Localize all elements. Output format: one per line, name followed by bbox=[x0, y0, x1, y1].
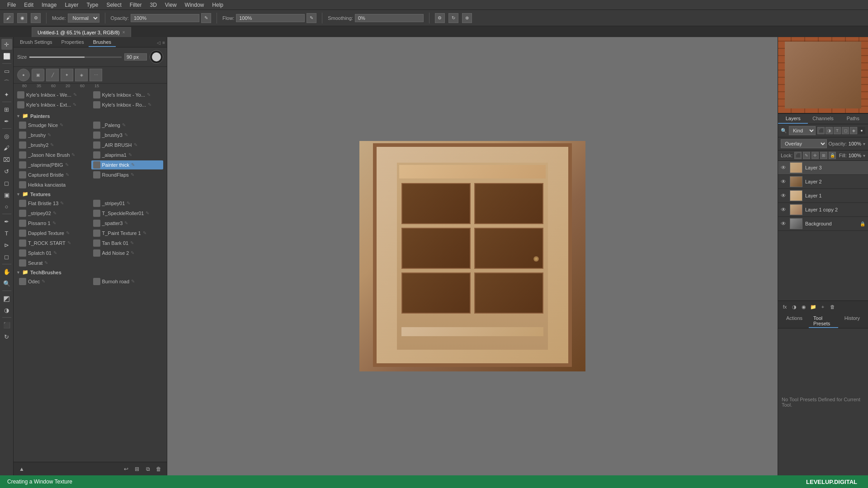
preset-icon-5[interactable]: ◈ bbox=[75, 69, 88, 81]
brush-brushy3[interactable]: _brushy3 ✎ bbox=[91, 131, 164, 140]
kind-select[interactable]: Kind bbox=[789, 126, 816, 135]
lock-transparent-icon[interactable]: ⬛ bbox=[794, 152, 802, 159]
footer-triangle-btn[interactable]: ▲ bbox=[17, 465, 26, 474]
edit-spatter[interactable]: ✎ bbox=[124, 221, 130, 226]
pen-tool[interactable]: ✒ bbox=[1, 216, 12, 227]
edit-air[interactable]: ✎ bbox=[134, 142, 139, 148]
menu-item-type[interactable]: Type bbox=[83, 1, 102, 9]
brush-rock-start[interactable]: T_ROCK START ✎ bbox=[17, 239, 90, 248]
edit-smudge[interactable]: ✎ bbox=[60, 122, 65, 128]
menu-item-window[interactable]: Window bbox=[181, 1, 208, 9]
edit-roundflaps[interactable]: ✎ bbox=[131, 172, 136, 178]
brush-roundflaps[interactable]: RoundFlaps ✎ bbox=[91, 170, 164, 179]
dodge-tool[interactable]: ○ bbox=[1, 201, 12, 212]
edit-brushy2[interactable]: ✎ bbox=[50, 142, 56, 148]
preset-icon-6[interactable]: ⋯ bbox=[90, 69, 102, 81]
footer-grid-icon[interactable]: ⊞ bbox=[132, 465, 142, 474]
menu-item-layer[interactable]: Layer bbox=[61, 1, 82, 9]
footer-copy-icon[interactable]: ⧉ bbox=[143, 465, 152, 474]
brush-tan-bark[interactable]: Tan Bark 01 ✎ bbox=[91, 239, 164, 248]
menu-item-help[interactable]: Help bbox=[208, 1, 227, 9]
size-input[interactable] bbox=[124, 53, 147, 61]
category-textures[interactable]: ▼ 📁 Textures bbox=[15, 190, 165, 198]
gradient-tool[interactable]: ▣ bbox=[1, 189, 12, 200]
layer-item-3[interactable]: 👁 Layer 3 bbox=[778, 161, 868, 175]
edit-stripey02[interactable]: ✎ bbox=[53, 211, 58, 216]
marquee-tool[interactable]: ▭ bbox=[1, 66, 12, 76]
history-tool[interactable]: ↺ bbox=[1, 166, 12, 177]
tab-brushes[interactable]: Brushes bbox=[89, 38, 116, 47]
brush-stripey01[interactable]: _stripey01 ✎ bbox=[91, 199, 164, 208]
eyedropper-tool[interactable]: ✒ bbox=[1, 116, 12, 127]
document-tab-close[interactable]: × bbox=[123, 30, 125, 35]
tab-layers[interactable]: Layers bbox=[778, 114, 808, 124]
tab-paths[interactable]: Paths bbox=[838, 114, 868, 124]
layer-mask-icon[interactable]: ◑ bbox=[790, 303, 798, 311]
clone-tool[interactable]: ⌧ bbox=[1, 154, 12, 165]
layer-delete-icon[interactable]: 🗑 bbox=[828, 303, 836, 311]
wand-tool[interactable]: ✦ bbox=[1, 89, 12, 100]
angle-btn[interactable]: ↻ bbox=[448, 13, 458, 23]
hand-tool[interactable]: ✋ bbox=[1, 266, 12, 277]
brush-settings-btn[interactable]: ⚙ bbox=[31, 13, 41, 23]
edit-add-noise[interactable]: ✎ bbox=[131, 250, 136, 256]
mode-select[interactable]: Normal bbox=[68, 14, 99, 23]
brush-brushy2[interactable]: _brushy2 ✎ bbox=[17, 141, 90, 150]
edit-captured[interactable]: ✎ bbox=[66, 172, 71, 178]
edit-dappled[interactable]: ✎ bbox=[66, 230, 71, 236]
brush-splatch[interactable]: Splatch 01 ✎ bbox=[17, 249, 90, 258]
edit-rock-start[interactable]: ✎ bbox=[67, 240, 73, 246]
size-slider[interactable] bbox=[29, 56, 122, 58]
footer-delete-icon[interactable]: 🗑 bbox=[154, 465, 163, 474]
brush-painter-thick[interactable]: Painter thick ✎ bbox=[91, 160, 164, 169]
brush-slaprimapbig[interactable]: _slaprima(PBIG ✎ bbox=[17, 160, 90, 169]
brush-flat-bristle[interactable]: Flat Bristle 13 ✎ bbox=[17, 199, 90, 208]
preset-icon-4[interactable]: ✦ bbox=[61, 69, 73, 81]
edit-slaprimapbig[interactable]: ✎ bbox=[65, 162, 71, 168]
menu-item-view[interactable]: View bbox=[161, 1, 180, 9]
filter-smartobj-icon[interactable]: ◈ bbox=[850, 127, 857, 134]
layer-adjustment-icon[interactable]: ◉ bbox=[800, 303, 808, 311]
layer-item-bg[interactable]: 👁 Background 🔒 bbox=[778, 217, 868, 231]
menu-item-select[interactable]: Select bbox=[103, 1, 125, 9]
lock-artboard-icon[interactable]: ⊞ bbox=[820, 152, 827, 159]
brush-paleng[interactable]: _Paleng ✎ bbox=[91, 121, 164, 130]
edit-alaprima[interactable]: ✎ bbox=[128, 152, 134, 158]
move-tool[interactable]: ✛ bbox=[1, 39, 12, 50]
edit-paint-texture[interactable]: ✎ bbox=[143, 230, 148, 236]
edit-tan-bark[interactable]: ✎ bbox=[130, 240, 136, 246]
crop-tool[interactable]: ⊞ bbox=[1, 104, 12, 115]
lock-position-icon[interactable]: ✛ bbox=[811, 152, 819, 159]
path-tool[interactable]: ⊳ bbox=[1, 239, 12, 250]
smoothing-options-btn[interactable]: ⚙ bbox=[435, 13, 445, 23]
zoom-tool[interactable]: 🔍 bbox=[1, 278, 12, 289]
flow-input[interactable] bbox=[236, 14, 305, 22]
lock-all-icon[interactable]: 🔒 bbox=[829, 152, 836, 159]
brush-seurat[interactable]: Seurat ✎ bbox=[17, 258, 163, 267]
brush-jason[interactable]: _Jason Nice Brush ✎ bbox=[17, 150, 90, 160]
brush-spatter[interactable]: _spatter3 ✎ bbox=[91, 219, 164, 228]
document-tab[interactable]: Untitled-1 @ 65.1% (Layer 3, RGB/8) × bbox=[32, 27, 131, 37]
type-tool[interactable]: T bbox=[1, 228, 12, 239]
fg-bg-colors[interactable]: ◩ bbox=[1, 293, 12, 304]
recent-brush-4[interactable]: Kyle's Inkbox - Ro... ✎ bbox=[91, 100, 165, 109]
layer3-visibility[interactable]: 👁 bbox=[781, 164, 787, 171]
brush-air[interactable]: _AIR BRUSH ✎ bbox=[91, 141, 164, 150]
preset-icon-1[interactable]: ● bbox=[17, 69, 30, 81]
filter-shape-icon[interactable]: ◻ bbox=[842, 127, 849, 134]
eraser-tool[interactable]: ◻ bbox=[1, 178, 12, 188]
menu-item-image[interactable]: Image bbox=[38, 1, 60, 9]
category-painters[interactable]: ▼ 📁 Painters bbox=[15, 112, 165, 120]
screen-mode-btn[interactable]: ⬛ bbox=[1, 319, 12, 330]
rotate-view-btn[interactable]: ↻ bbox=[1, 331, 12, 342]
edit-stripey01[interactable]: ✎ bbox=[127, 201, 132, 206]
brush-pissarro[interactable]: Pissarro 1 ✎ bbox=[17, 219, 90, 228]
brush-add-noise[interactable]: Add Noise 2 ✎ bbox=[91, 249, 164, 258]
brush-tool-btn[interactable]: 🖌 bbox=[4, 13, 14, 23]
tab-tool-presets[interactable]: Tool Presets bbox=[809, 314, 838, 328]
brush-presets-list[interactable]: ▼ 📁 Painters Smudge Nice ✎ _Paleng ✎ bbox=[14, 110, 167, 462]
edit-icon-3[interactable]: ✎ bbox=[73, 102, 78, 108]
preset-icon-2[interactable]: ▣ bbox=[32, 69, 44, 81]
menu-item-3d[interactable]: 3D bbox=[146, 1, 160, 9]
edit-paleng[interactable]: ✎ bbox=[122, 122, 127, 128]
